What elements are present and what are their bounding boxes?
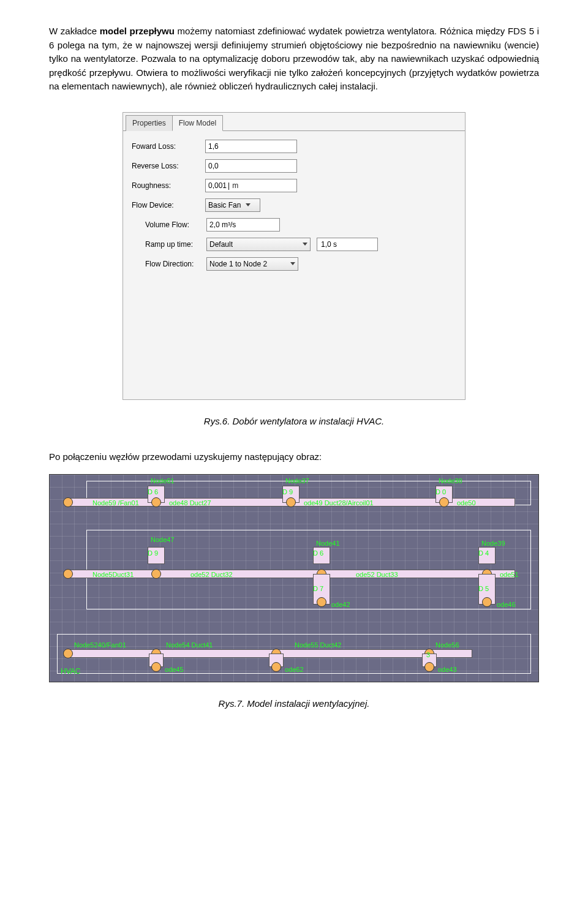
label: Node5Duct31 xyxy=(92,570,134,580)
label: Node59 /Fan01 xyxy=(92,498,139,508)
label: ode51 xyxy=(500,570,519,580)
label-flow-device: Flow Device: xyxy=(132,200,205,211)
label: D 6 xyxy=(148,487,158,497)
label: D 9 xyxy=(148,548,158,559)
label: Node41 xyxy=(316,538,340,549)
node xyxy=(151,662,161,672)
input-volume-flow[interactable]: 2,0 m³/s xyxy=(206,218,280,232)
chevron-down-icon xyxy=(246,203,251,206)
label: ode49 Duct28/Aircoil01 xyxy=(304,498,374,508)
row-flow-direction: Flow Direction: Node 1 to Node 2 xyxy=(132,257,456,271)
tab-bar: Properties Flow Model xyxy=(123,113,465,131)
row-ramp-up-time: Ramp up time: Default 1,0 s xyxy=(132,238,456,251)
input-reverse-loss[interactable]: 0,0 xyxy=(205,159,297,173)
roughness-unit: m xyxy=(232,180,238,191)
label: ode62 xyxy=(285,665,304,675)
ramp-up-seconds[interactable]: 1,0 s xyxy=(317,238,378,251)
label: Node5240/Fan01 xyxy=(74,640,126,650)
label-ramp-up-time: Ramp up time: xyxy=(145,239,206,250)
node xyxy=(482,597,492,607)
label: ode52 Duct32 xyxy=(190,570,233,580)
label: D 4 xyxy=(478,548,489,559)
caption-fig7: Rys.7. Model instalacji wentylacyjnej. xyxy=(49,697,539,711)
label-reverse-loss: Reverse Loss: xyxy=(132,160,205,171)
tab-flow-model[interactable]: Flow Model xyxy=(172,115,223,131)
node xyxy=(439,497,449,507)
label-roughness: Roughness: xyxy=(132,180,205,191)
flow-model-body: Foward Loss: 1,6 Reverse Loss: 0,0 Rough… xyxy=(123,130,465,399)
paragraph-1: W zakładce model przepływu możemy natomi… xyxy=(49,24,539,94)
select-flow-device[interactable]: Basic Fan xyxy=(205,198,260,212)
label: Node38 xyxy=(439,476,462,486)
label: Node56 xyxy=(435,640,459,650)
label: D 5 xyxy=(478,584,489,594)
label: Node55 Duct42 xyxy=(295,640,341,650)
label: ode52 Duct33 xyxy=(356,570,398,580)
duct-row2 xyxy=(68,570,515,578)
hvac-diagram: Node59 /Fan01 Node61 D 6 ode48 Duct27 No… xyxy=(49,474,539,682)
label: Node39 xyxy=(481,538,505,549)
flow-direction-value: Node 1 to Node 2 xyxy=(209,258,267,269)
label: ode48 Duct27 xyxy=(169,498,211,508)
roughness-value: 0,001 xyxy=(208,180,227,191)
row-volume-flow: Volume Flow: 2,0 m³/s xyxy=(132,218,456,232)
tab-properties[interactable]: Properties xyxy=(126,115,173,131)
paragraph-2: Po połączeniu węzłów przewodami uzyskuje… xyxy=(49,450,539,464)
para1-bold: model przepływu xyxy=(100,26,175,36)
chevron-down-icon xyxy=(290,262,295,265)
row-forward-loss: Foward Loss: 1,6 xyxy=(132,140,456,153)
para1-pre: W zakładce xyxy=(49,26,100,36)
label: ode42 xyxy=(331,600,350,610)
label-flow-direction: Flow Direction: xyxy=(145,258,206,269)
flow-model-screenshot: Properties Flow Model Foward Loss: 1,6 R… xyxy=(123,112,466,400)
node xyxy=(286,497,296,507)
label: D 7 xyxy=(313,584,323,594)
select-ramp-up-time[interactable]: Default xyxy=(206,238,311,251)
label: Node54 Duct41 xyxy=(166,640,213,650)
label: ode45 xyxy=(165,665,184,675)
node xyxy=(63,497,73,507)
label: 3 xyxy=(426,650,430,660)
label: ode46 xyxy=(497,600,516,610)
flow-device-value: Basic Fan xyxy=(208,200,241,211)
label: D 6 xyxy=(313,548,323,559)
input-roughness[interactable]: 0,001|m xyxy=(205,179,297,192)
label: D 9 xyxy=(282,487,293,497)
node xyxy=(271,662,281,672)
node xyxy=(63,649,73,658)
node xyxy=(151,497,161,507)
label: Node61 xyxy=(151,476,175,486)
label: ode43 xyxy=(438,665,457,675)
hvac-title: HVAC xyxy=(61,666,80,677)
label-volume-flow: Volume Flow: xyxy=(145,219,206,230)
node xyxy=(151,569,161,579)
row-roughness: Roughness: 0,001|m xyxy=(132,179,456,192)
input-forward-loss[interactable]: 1,6 xyxy=(205,140,297,153)
label: Node37 xyxy=(285,476,309,486)
chevron-down-icon xyxy=(303,243,307,246)
row-reverse-loss: Reverse Loss: 0,0 xyxy=(132,159,456,173)
label: ode50 xyxy=(457,498,476,508)
caption-fig6: Rys.6. Dobór wentylatora w instalacji HV… xyxy=(49,415,539,429)
ramp-up-value: Default xyxy=(209,239,233,250)
node xyxy=(424,662,434,672)
label: D 0 xyxy=(435,487,446,497)
label-forward-loss: Foward Loss: xyxy=(132,141,205,152)
select-flow-direction[interactable]: Node 1 to Node 2 xyxy=(206,257,298,271)
node xyxy=(63,569,73,579)
label: Node47 xyxy=(151,535,175,545)
node xyxy=(317,597,326,607)
flow-model-panel: Properties Flow Model Foward Loss: 1,6 R… xyxy=(123,112,466,400)
row-flow-device: Flow Device: Basic Fan xyxy=(132,198,456,212)
